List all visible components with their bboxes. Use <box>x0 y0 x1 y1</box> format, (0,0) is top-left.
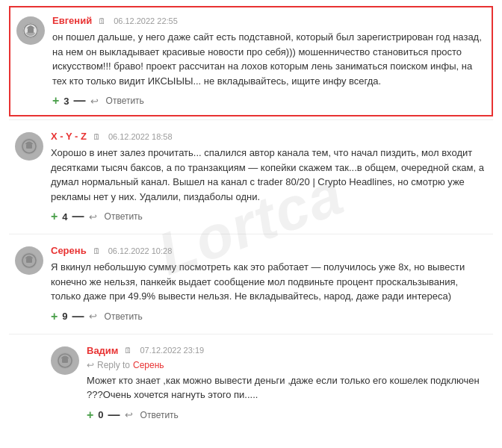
comment-item-nested: Вадим 🗓 07.12.2022 23:19 ↩ Reply to Сере… <box>45 337 493 429</box>
vote-up-button[interactable]: + <box>52 94 59 108</box>
comments-list: Евгений 🗓 06.12.2022 22:55 он пошел даль… <box>0 0 502 438</box>
reply-to-name: Серень <box>133 360 164 370</box>
comment-actions: + 3 — ↩ Ответить <box>52 94 486 108</box>
author-name: Евгений <box>52 15 92 26</box>
comment-item: Серень 🗓 06.12.2022 10:28 Я вкинул небол… <box>9 237 493 331</box>
vote-down-button[interactable]: — <box>108 408 120 422</box>
reply-arrow-icon: ↩ <box>89 311 97 322</box>
vote-count: 9 <box>62 311 67 322</box>
vote-down-button[interactable]: — <box>74 94 86 108</box>
vote-up-button[interactable]: + <box>51 310 58 323</box>
author-name: Серень <box>51 245 87 256</box>
reply-arrow-icon: ↩ <box>90 96 99 107</box>
vote-down-button[interactable]: — <box>72 310 84 323</box>
comment-text: Я вкинул небольшую сумму посмотреть как … <box>51 260 487 304</box>
reply-button[interactable]: Ответить <box>105 211 143 222</box>
reply-button[interactable]: Ответить <box>140 410 179 420</box>
avatar <box>15 132 43 161</box>
svg-rect-2 <box>28 28 34 33</box>
reply-to-icon: ↩ <box>87 360 94 370</box>
author-name: X - Y - Z <box>51 131 87 142</box>
vote-count: 0 <box>98 409 103 420</box>
author-name: Вадим <box>87 345 118 356</box>
vote-count: 4 <box>62 211 67 223</box>
comment-item: Евгений 🗓 06.12.2022 22:55 он пошел даль… <box>9 6 493 116</box>
divider <box>9 334 493 335</box>
comment-header: Серень 🗓 06.12.2022 10:28 <box>51 245 487 256</box>
comment-text: Может кто знает ,как можно вывести деньг… <box>87 373 487 402</box>
comment-date: 06.12.2022 18:58 <box>108 132 173 141</box>
comment-content: Серень 🗓 06.12.2022 10:28 Я вкинул небол… <box>51 245 487 323</box>
calendar-icon: 🗓 <box>124 346 132 355</box>
reply-arrow-icon: ↩ <box>89 211 97 223</box>
vote-down-button[interactable]: — <box>72 210 84 223</box>
reply-button[interactable]: Ответить <box>106 96 144 106</box>
comment-content: Вадим 🗓 07.12.2022 23:19 ↩ Reply to Сере… <box>87 345 487 422</box>
reply-arrow-icon: ↩ <box>125 409 133 420</box>
calendar-icon: 🗓 <box>93 132 101 141</box>
vote-up-button[interactable]: + <box>87 408 93 422</box>
avatar <box>51 346 79 375</box>
comment-actions: + 0 — ↩ Ответить <box>87 408 487 422</box>
comment-header: Евгений 🗓 06.12.2022 22:55 <box>52 15 486 26</box>
comment-content: Евгений 🗓 06.12.2022 22:55 он пошел даль… <box>52 15 486 108</box>
calendar-icon: 🗓 <box>93 246 101 255</box>
calendar-icon: 🗓 <box>98 16 106 25</box>
comment-actions: + 9 — ↩ Ответить <box>51 310 487 323</box>
divider <box>9 119 493 120</box>
divider <box>9 234 493 234</box>
comment-date: 06.12.2022 10:28 <box>108 246 173 255</box>
comment-text: он пошел дальше, у него даже сайт есть п… <box>52 30 486 88</box>
svg-rect-8 <box>26 258 32 263</box>
comment-date: 07.12.2022 23:19 <box>140 346 204 355</box>
comment-header: X - Y - Z 🗓 06.12.2022 18:58 <box>51 131 487 142</box>
comment-actions: + 4 — ↩ Ответить <box>51 210 487 223</box>
vote-count: 3 <box>63 96 69 107</box>
comment-header: Вадим 🗓 07.12.2022 23:19 <box>87 345 487 356</box>
svg-rect-11 <box>62 358 68 363</box>
comment-date: 06.12.2022 22:55 <box>114 16 178 25</box>
svg-rect-5 <box>26 144 32 149</box>
comment-item: X - Y - Z 🗓 06.12.2022 18:58 Хорошо в ин… <box>9 123 493 231</box>
comment-text: Хорошо в инет залез прочитать... спалилс… <box>51 146 487 204</box>
reply-to-prefix: Reply to <box>97 360 130 370</box>
avatar <box>15 246 43 275</box>
vote-up-button[interactable]: + <box>51 210 58 223</box>
comment-content: X - Y - Z 🗓 06.12.2022 18:58 Хорошо в ин… <box>51 131 487 223</box>
reply-to-line: ↩ Reply to Серень <box>87 360 487 370</box>
avatar <box>16 16 45 45</box>
reply-button[interactable]: Ответить <box>105 311 143 322</box>
